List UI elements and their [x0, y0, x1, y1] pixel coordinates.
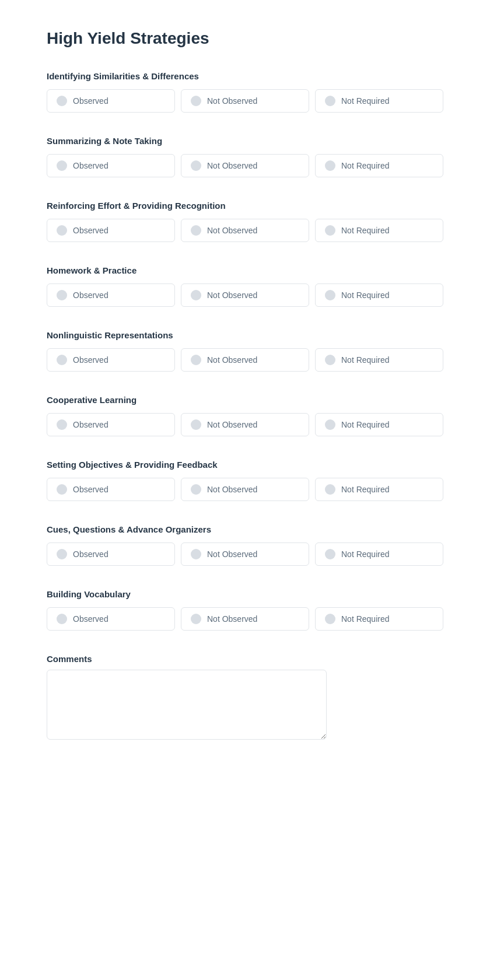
option-homework-practice-not-required[interactable]: Not Required — [315, 284, 443, 307]
option-label-summarizing-note-taking-not-observed: Not Observed — [207, 161, 257, 170]
option-label-setting-objectives-not-observed: Not Observed — [207, 485, 257, 494]
strategy-section-reinforcing-effort: Reinforcing Effort & Providing Recogniti… — [47, 201, 443, 242]
option-nonlinguistic-representations-not-required[interactable]: Not Required — [315, 348, 443, 372]
radio-circle-cooperative-learning-observed — [57, 419, 67, 430]
option-cues-questions-not-required[interactable]: Not Required — [315, 542, 443, 566]
option-label-setting-objectives-observed: Observed — [73, 485, 108, 494]
options-row-summarizing-note-taking: ObservedNot ObservedNot Required — [47, 154, 443, 177]
strategy-section-homework-practice: Homework & PracticeObservedNot ObservedN… — [47, 265, 443, 307]
option-summarizing-note-taking-observed[interactable]: Observed — [47, 154, 175, 177]
option-label-building-vocabulary-not-observed: Not Observed — [207, 614, 257, 624]
option-cooperative-learning-not-required[interactable]: Not Required — [315, 413, 443, 436]
option-label-summarizing-note-taking-not-required: Not Required — [341, 161, 390, 170]
option-reinforcing-effort-not-observed[interactable]: Not Observed — [181, 219, 309, 242]
strategy-section-building-vocabulary: Building VocabularyObservedNot ObservedN… — [47, 589, 443, 631]
option-label-building-vocabulary-not-required: Not Required — [341, 614, 390, 624]
option-label-nonlinguistic-representations-not-observed: Not Observed — [207, 355, 257, 365]
option-similarities-differences-not-observed[interactable]: Not Observed — [181, 89, 309, 113]
option-label-summarizing-note-taking-observed: Observed — [73, 161, 108, 170]
option-label-cues-questions-observed: Observed — [73, 550, 108, 559]
radio-circle-homework-practice-not-required — [325, 290, 335, 300]
strategy-label-cooperative-learning: Cooperative Learning — [47, 395, 443, 405]
option-setting-objectives-not-required[interactable]: Not Required — [315, 478, 443, 501]
options-row-cooperative-learning: ObservedNot ObservedNot Required — [47, 413, 443, 436]
radio-circle-summarizing-note-taking-observed — [57, 160, 67, 171]
option-label-cooperative-learning-not-observed: Not Observed — [207, 420, 257, 429]
strategy-section-cues-questions: Cues, Questions & Advance OrganizersObse… — [47, 524, 443, 566]
options-row-homework-practice: ObservedNot ObservedNot Required — [47, 284, 443, 307]
option-similarities-differences-observed[interactable]: Observed — [47, 89, 175, 113]
comments-label: Comments — [47, 654, 443, 664]
option-cues-questions-observed[interactable]: Observed — [47, 542, 175, 566]
option-reinforcing-effort-observed[interactable]: Observed — [47, 219, 175, 242]
options-row-cues-questions: ObservedNot ObservedNot Required — [47, 542, 443, 566]
strategy-label-similarities-differences: Identifying Similarities & Differences — [47, 71, 443, 81]
option-setting-objectives-not-observed[interactable]: Not Observed — [181, 478, 309, 501]
radio-circle-similarities-differences-not-observed — [191, 96, 201, 106]
strategy-section-setting-objectives: Setting Objectives & Providing FeedbackO… — [47, 460, 443, 501]
radio-circle-building-vocabulary-not-required — [325, 614, 335, 624]
strategy-label-nonlinguistic-representations: Nonlinguistic Representations — [47, 330, 443, 340]
radio-circle-cues-questions-not-required — [325, 549, 335, 559]
option-homework-practice-not-observed[interactable]: Not Observed — [181, 284, 309, 307]
options-row-setting-objectives: ObservedNot ObservedNot Required — [47, 478, 443, 501]
option-label-reinforcing-effort-not-observed: Not Observed — [207, 226, 257, 235]
option-label-nonlinguistic-representations-observed: Observed — [73, 355, 108, 365]
comments-textarea[interactable] — [47, 670, 327, 740]
radio-circle-setting-objectives-not-observed — [191, 484, 201, 495]
options-row-nonlinguistic-representations: ObservedNot ObservedNot Required — [47, 348, 443, 372]
option-nonlinguistic-representations-not-observed[interactable]: Not Observed — [181, 348, 309, 372]
strategy-label-setting-objectives: Setting Objectives & Providing Feedback — [47, 460, 443, 470]
option-label-homework-practice-observed: Observed — [73, 290, 108, 300]
option-summarizing-note-taking-not-required[interactable]: Not Required — [315, 154, 443, 177]
strategy-section-summarizing-note-taking: Summarizing & Note TakingObservedNot Obs… — [47, 136, 443, 177]
strategy-label-homework-practice: Homework & Practice — [47, 265, 443, 275]
options-row-building-vocabulary: ObservedNot ObservedNot Required — [47, 607, 443, 631]
option-cooperative-learning-observed[interactable]: Observed — [47, 413, 175, 436]
radio-circle-summarizing-note-taking-not-required — [325, 160, 335, 171]
page-title: High Yield Strategies — [47, 29, 443, 48]
radio-circle-cues-questions-not-observed — [191, 549, 201, 559]
option-nonlinguistic-representations-observed[interactable]: Observed — [47, 348, 175, 372]
option-homework-practice-observed[interactable]: Observed — [47, 284, 175, 307]
option-building-vocabulary-observed[interactable]: Observed — [47, 607, 175, 631]
radio-circle-nonlinguistic-representations-not-observed — [191, 355, 201, 365]
radio-circle-reinforcing-effort-not-required — [325, 225, 335, 236]
strategy-label-cues-questions: Cues, Questions & Advance Organizers — [47, 524, 443, 534]
strategy-label-reinforcing-effort: Reinforcing Effort & Providing Recogniti… — [47, 201, 443, 211]
option-reinforcing-effort-not-required[interactable]: Not Required — [315, 219, 443, 242]
option-label-cooperative-learning-not-required: Not Required — [341, 420, 390, 429]
radio-circle-setting-objectives-not-required — [325, 484, 335, 495]
strategy-label-building-vocabulary: Building Vocabulary — [47, 589, 443, 599]
strategy-section-similarities-differences: Identifying Similarities & DifferencesOb… — [47, 71, 443, 113]
option-building-vocabulary-not-required[interactable]: Not Required — [315, 607, 443, 631]
radio-circle-homework-practice-observed — [57, 290, 67, 300]
option-label-similarities-differences-not-observed: Not Observed — [207, 96, 257, 106]
radio-circle-cooperative-learning-not-observed — [191, 419, 201, 430]
option-label-cooperative-learning-observed: Observed — [73, 420, 108, 429]
strategy-section-nonlinguistic-representations: Nonlinguistic RepresentationsObservedNot… — [47, 330, 443, 372]
options-row-reinforcing-effort: ObservedNot ObservedNot Required — [47, 219, 443, 242]
option-cooperative-learning-not-observed[interactable]: Not Observed — [181, 413, 309, 436]
strategy-label-summarizing-note-taking: Summarizing & Note Taking — [47, 136, 443, 146]
option-label-nonlinguistic-representations-not-required: Not Required — [341, 355, 390, 365]
option-setting-objectives-observed[interactable]: Observed — [47, 478, 175, 501]
option-building-vocabulary-not-observed[interactable]: Not Observed — [181, 607, 309, 631]
option-label-cues-questions-not-required: Not Required — [341, 550, 390, 559]
option-label-similarities-differences-observed: Observed — [73, 96, 108, 106]
option-label-building-vocabulary-observed: Observed — [73, 614, 108, 624]
options-row-similarities-differences: ObservedNot ObservedNot Required — [47, 89, 443, 113]
radio-circle-building-vocabulary-observed — [57, 614, 67, 624]
option-cues-questions-not-observed[interactable]: Not Observed — [181, 542, 309, 566]
option-label-homework-practice-not-observed: Not Observed — [207, 290, 257, 300]
radio-circle-homework-practice-not-observed — [191, 290, 201, 300]
comments-section: Comments — [47, 654, 443, 742]
radio-circle-reinforcing-effort-not-observed — [191, 225, 201, 236]
radio-circle-cues-questions-observed — [57, 549, 67, 559]
option-similarities-differences-not-required[interactable]: Not Required — [315, 89, 443, 113]
option-label-reinforcing-effort-not-required: Not Required — [341, 226, 390, 235]
radio-circle-setting-objectives-observed — [57, 484, 67, 495]
radio-circle-nonlinguistic-representations-not-required — [325, 355, 335, 365]
option-label-similarities-differences-not-required: Not Required — [341, 96, 390, 106]
option-summarizing-note-taking-not-observed[interactable]: Not Observed — [181, 154, 309, 177]
